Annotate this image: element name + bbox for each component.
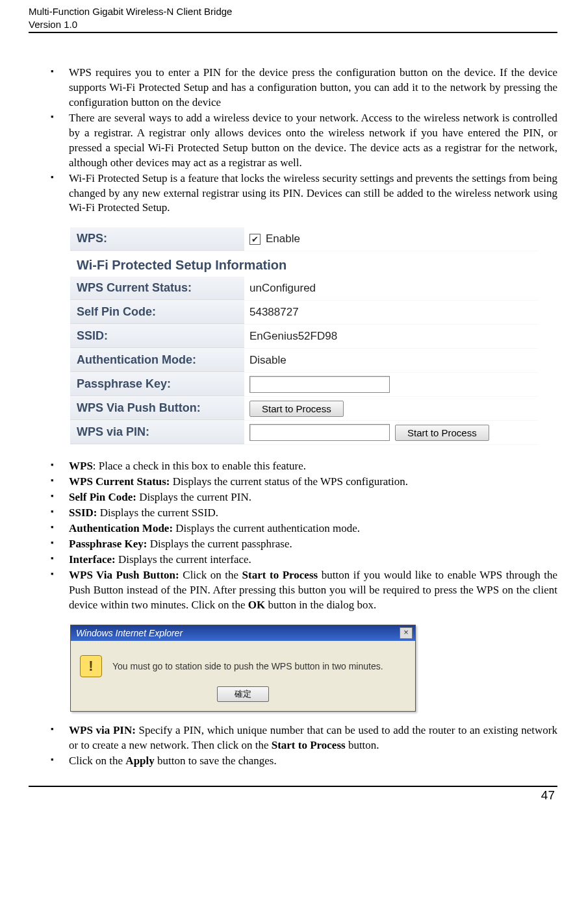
auth-mode-value: Disable (244, 351, 538, 370)
page-number: 47 (29, 787, 557, 806)
wps-status-label: WPS Current Status: (70, 277, 244, 300)
def-bullet: WPS: Place a check in this box to enable… (49, 459, 557, 474)
dialog-ok-button[interactable]: 確定 (217, 686, 269, 702)
intro-bullet: Wi-Fi Protected Setup is a feature that … (49, 171, 557, 216)
close-icon[interactable]: × (400, 627, 413, 639)
intro-bullet-list: WPS requires you to enter a PIN for the … (29, 66, 557, 216)
wps-section-title: Wi-Fi Protected Setup Information (70, 251, 538, 277)
def-bullet: WPS Current Status: Displays the current… (49, 475, 557, 490)
header-version: Version 1.0 (29, 18, 557, 31)
self-pin-value: 54388727 (244, 303, 538, 322)
wps-pin-input[interactable] (249, 424, 390, 441)
warning-icon: ! (80, 655, 102, 677)
wps-status-value: unConfigured (244, 279, 538, 298)
intro-bullet: WPS requires you to enter a PIN for the … (49, 66, 557, 110)
ssid-value: EnGenius52FD98 (244, 327, 538, 346)
definition-bullet-list: WPS: Place a check in this box to enable… (29, 459, 557, 612)
wps-enable-checkbox[interactable]: ✔ (249, 234, 261, 245)
ssid-label: SSID: (70, 325, 244, 348)
dialog-title-text: Windows Internet Explorer (76, 628, 183, 638)
wps-via-pin-label: WPS via PIN: (70, 421, 244, 444)
header-title: Multi-Function Gigabit Wireless-N Client… (29, 5, 557, 18)
wps-pin-start-button[interactable]: Start to Process (395, 425, 489, 441)
wps-push-start-button[interactable]: Start to Process (249, 401, 344, 417)
tail-bullet: WPS via PIN: Specify a PIN, which unique… (49, 723, 557, 753)
def-bullet: Interface: Displays the current interfac… (49, 553, 557, 568)
def-bullet: Authentication Mode: Displays the curren… (49, 521, 557, 536)
passphrase-input[interactable] (249, 376, 390, 393)
def-bullet: Passphrase Key: Displays the current pas… (49, 537, 557, 552)
def-bullet: WPS Via Push Button: Click on the Start … (49, 568, 557, 613)
dialog-body-text: You must go to station side to push the … (112, 661, 383, 671)
ie-alert-dialog: Windows Internet Explorer × ! You must g… (70, 625, 416, 712)
wps-push-button-label: WPS Via Push Button: (70, 397, 244, 420)
wps-enable-label: Enable (266, 232, 300, 245)
page-header: Multi-Function Gigabit Wireless-N Client… (29, 5, 557, 33)
wps-label: WPS: (70, 227, 244, 251)
tail-bullet-list: WPS via PIN: Specify a PIN, which unique… (29, 723, 557, 769)
self-pin-label: Self Pin Code: (70, 301, 244, 324)
passphrase-label: Passphrase Key: (70, 373, 244, 396)
def-bullet: SSID: Displays the current SSID. (49, 506, 557, 521)
intro-bullet: There are several ways to add a wireless… (49, 111, 557, 171)
wps-settings-panel: WPS: ✔ Enable Wi-Fi Protected Setup Info… (70, 227, 538, 445)
def-bullet: Self Pin Code: Displays the current PIN. (49, 490, 557, 505)
auth-mode-label: Authentication Mode: (70, 349, 244, 372)
tail-bullet: Click on the Apply button to save the ch… (49, 754, 557, 769)
